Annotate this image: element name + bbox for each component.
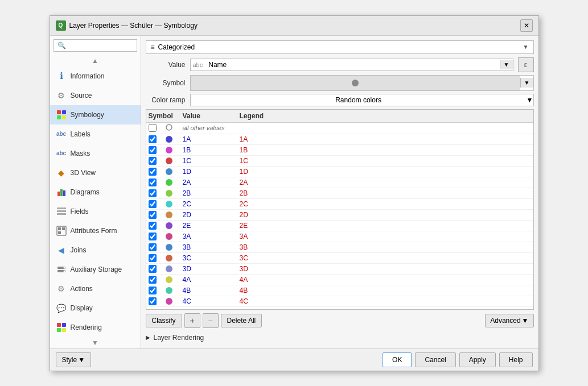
col-value: Value [183, 112, 240, 120]
sidebar-item-diagrams[interactable]: Diagrams [50, 182, 141, 202]
scroll-down-arrow[interactable]: ▼ [50, 337, 141, 348]
row-legend: 2D [240, 211, 531, 219]
sidebar-item-actions[interactable]: ⚙ Actions [50, 279, 141, 298]
sidebar-item-auxiliary-storage[interactable]: Auxiliary Storage [50, 260, 141, 279]
row-legend: 1D [240, 168, 531, 176]
app-logo: Q [56, 20, 66, 31]
row-checkbox[interactable] [149, 287, 157, 294]
row-checkbox[interactable] [149, 211, 157, 219]
apply-button[interactable]: Apply [459, 352, 496, 367]
delete-all-button[interactable]: Delete All [221, 314, 262, 327]
row-checkbox[interactable] [149, 146, 157, 154]
sidebar-item-label: Labels [71, 130, 91, 138]
layer-rendering-section[interactable]: ▶ Layer Rendering [146, 331, 534, 344]
svg-rect-2 [57, 115, 61, 119]
color-ramp-select[interactable]: Random colors ▼ [190, 94, 534, 106]
sidebar-item-label: Source [71, 92, 92, 99]
renderer-select[interactable]: ≡ Categorized ▼ [146, 40, 534, 54]
categories-toolbar: Classify + − Delete All Advanced ▼ [146, 313, 534, 328]
row-legend: 1A [240, 135, 531, 143]
symbology-icon [56, 109, 67, 121]
row-checkbox[interactable] [149, 233, 157, 240]
row-legend: 3B [240, 243, 531, 251]
sidebar-item-symbology[interactable]: Symbology [50, 105, 141, 124]
sidebar-item-label: Attributes Form [71, 227, 117, 235]
row-dot [166, 147, 172, 153]
row-checkbox[interactable] [149, 157, 157, 165]
row-value: 3D [183, 265, 240, 273]
color-ramp-dropdown-btn[interactable]: ▼ [527, 96, 533, 104]
row-dot [166, 287, 172, 294]
ok-button[interactable]: OK [383, 352, 412, 367]
svg-point-16 [63, 267, 65, 268]
table-row: 3C 3C [146, 253, 533, 264]
sidebar-item-labels[interactable]: abc Labels [50, 124, 141, 144]
masks-icon: abc [56, 148, 67, 159]
scroll-up-arrow[interactable]: ▲ [50, 55, 141, 67]
row-checkbox[interactable] [149, 189, 157, 197]
col-symbol: Symbol [149, 112, 166, 120]
row-checkbox[interactable] [149, 124, 157, 132]
row-checkbox[interactable] [149, 297, 157, 305]
remove-category-button[interactable]: − [203, 313, 219, 328]
row-checkbox[interactable] [149, 168, 157, 176]
help-button[interactable]: Help [499, 352, 533, 367]
sidebar-item-rendering[interactable]: Rendering [50, 318, 141, 337]
sidebar-item-source[interactable]: ⚙ Source [50, 86, 141, 105]
row-value: 3A [183, 233, 240, 240]
row-checkbox[interactable] [149, 276, 157, 284]
row-checkbox[interactable] [149, 243, 157, 251]
row-value: 1A [183, 135, 240, 143]
sidebar-item-label: Display [71, 304, 93, 312]
advanced-button[interactable]: Advanced ▼ [485, 314, 533, 327]
expression-button[interactable]: ε [518, 57, 534, 72]
actions-icon: ⚙ [56, 283, 67, 294]
value-dropdown-btn[interactable]: ▼ [500, 60, 513, 69]
sidebar-items: ℹ Information ⚙ Source [50, 67, 141, 337]
row-checkbox[interactable] [149, 179, 157, 186]
sidebar-item-masks[interactable]: abc Masks [50, 144, 141, 163]
symbol-row: Symbol ▼ [146, 75, 534, 91]
cancel-button[interactable]: Cancel [415, 352, 455, 367]
row-checkbox[interactable] [149, 200, 157, 208]
row-checkbox[interactable] [149, 222, 157, 230]
renderer-dropdown-arrow: ▼ [523, 44, 529, 50]
row-legend: 2C [240, 200, 531, 208]
close-button[interactable]: ✕ [520, 19, 533, 32]
row-checkbox[interactable] [149, 265, 157, 273]
svg-rect-13 [58, 231, 61, 234]
search-input[interactable] [68, 41, 133, 49]
3dview-icon: ◆ [56, 167, 67, 179]
col-legend: Legend [240, 112, 531, 120]
sidebar-item-information[interactable]: ℹ Information [50, 67, 141, 86]
advanced-dropdown-arrow: ▼ [522, 317, 529, 325]
symbol-dropdown-btn[interactable]: ▼ [520, 78, 533, 88]
renderer-value: Categorized [158, 43, 195, 51]
row-legend: 1B [240, 146, 531, 154]
table-row: 3B 3B [146, 242, 533, 253]
row-checkbox[interactable] [149, 254, 157, 262]
search-box[interactable]: 🔍 [54, 39, 137, 52]
svg-rect-21 [62, 328, 66, 332]
classify-button[interactable]: Classify [146, 314, 182, 327]
row-legend: 4C [240, 297, 531, 305]
advanced-label: Advanced [490, 317, 520, 325]
svg-point-17 [63, 270, 65, 272]
style-button[interactable]: Style ▼ [56, 352, 92, 367]
sidebar-item-label: Actions [71, 285, 93, 293]
sidebar-item-3dview[interactable]: ◆ 3D View [50, 163, 141, 182]
sidebar-item-attributes-form[interactable]: Attributes Form [50, 221, 141, 240]
row-legend: 4A [240, 276, 531, 284]
table-row: 1C 1C [146, 156, 533, 167]
sidebar-item-label: Rendering [71, 323, 102, 331]
sidebar-item-joins[interactable]: ◀ Joins [50, 240, 141, 260]
sidebar-item-display[interactable]: 💬 Display [50, 298, 141, 318]
value-field-select[interactable]: abc Name ▼ [190, 59, 513, 71]
symbol-select[interactable]: ▼ [190, 75, 534, 91]
row-checkbox[interactable] [149, 135, 157, 143]
sidebar-item-fields[interactable]: Fields [50, 202, 141, 221]
row-dot [166, 255, 172, 262]
add-category-button[interactable]: + [184, 313, 200, 328]
row-value: 3C [183, 254, 240, 262]
symbol-preview [191, 76, 520, 90]
